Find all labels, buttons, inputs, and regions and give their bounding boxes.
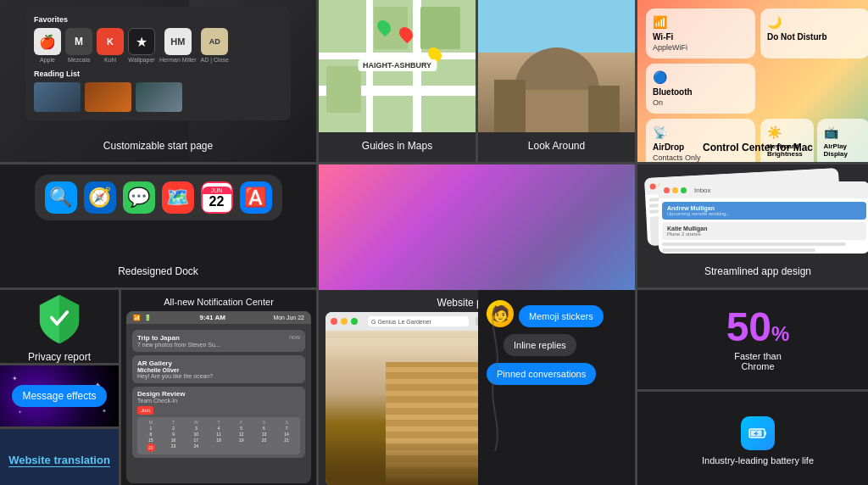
cc-empty [760,64,868,114]
speed-percent: % [771,324,789,344]
notif-card-cal: Design Review Team Check-In Join M T W T… [132,387,305,458]
fav-apple: 🍎 Apple [34,28,61,63]
privacy-label: Privacy report [28,351,91,363]
browser-tab-1[interactable]: G Genius Le Gardener [368,316,469,326]
website-translation-label: Website translation [8,454,110,466]
inline-bubble: Inline replies [504,334,576,356]
cc-bluetooth: 🔵 Bluetooth On [646,64,755,114]
look-around-label: Look Around [478,140,635,153]
map-background: HAIGHT-ASHBURY [319,0,476,132]
reading-card-3 [136,82,182,112]
dock-icon-appstore: 🅰️ [240,181,272,214]
guides-maps-label: Guides in Maps [357,140,437,153]
cell-streamlined: Inbox Andrew Mulligan Upcoming remote wo… [637,164,868,287]
battery-icon [748,423,768,443]
control-center-grid: 📶 Wi-Fi AppleWiFi 🌙 Do Not Disturb 🔵 Blu… [646,8,868,162]
speed-label: Faster thanChrome [734,351,782,371]
cc-dnd-title: Do Not Disturb [767,32,863,42]
cc-wifi: 📶 Wi-Fi AppleWiFi [646,8,755,59]
dock-label: Redesigned Dock [113,265,203,279]
notif-status-bar: 📶 🔋 9:41 AM Mon Jun 22 [126,311,311,324]
privacy-shield-icon [34,291,85,346]
cc-wifi-sub: AppleWiFi [653,43,748,52]
svg-rect-1 [765,432,766,435]
dock-display: 🔍 🧭 💬 🗺️ JUN 22 🅰️ [35,175,282,220]
cc-wifi-title: Wi-Fi [653,32,748,42]
cell-message-effects: ✦ ✦ ✦ ✦ Message effects [0,365,119,426]
cell-speed: 50 % Faster thanChrome [637,290,868,389]
look-around-image [478,0,635,132]
cell-start-page: Favorites 🍎 Apple M Mezcala K Kuhl ★ Wal… [0,0,316,162]
reading-card-2 [85,82,131,112]
fav-wallpaper: ★ Wallpaper [128,28,155,63]
cell-dock: 🔍 🧭 💬 🗺️ JUN 22 🅰️ Redesigned Dock [0,164,316,287]
messages-decoration [482,290,508,485]
fav-mezcla: M Mezcala [65,28,92,63]
battery-label: Industry-leading battery life [702,455,814,465]
cc-keyboard: ☀️ Keyboard Brightness [760,119,814,162]
cell-speed-battery: 50 % Faster thanChrome Industry-leading … [637,290,868,485]
reading-row [34,82,282,112]
cell-notification-center: All-new Notification Center 📶 🔋 9:41 AM … [121,290,316,485]
dock-icon-cal: JUN 22 [201,181,233,214]
dock-icon-maps: 🗺️ [162,181,194,214]
email-item-1: Andrew Mulligan Upcoming remote working.… [662,202,866,220]
fav-kuhl: K Kuhl [97,28,124,63]
cc-bt-title: Bluetooth [653,87,748,97]
app-windows-display: Inbox Andrew Mulligan Upcoming remote wo… [642,169,868,258]
dock-icon-finder: 🔍 [45,181,77,214]
cell-privacy: Privacy report [0,290,119,363]
streamlined-label: Streamlined app design [699,265,816,279]
favorites-title: Favorites [34,15,282,24]
reading-title: Reading List [34,70,282,78]
notif-time: 9:41 AM [200,314,225,321]
notif-card-2: AR Gallery Michelle Oliver Hey! Are you … [132,355,305,383]
dock-icon-safari: 🧭 [84,181,116,214]
fav-ad: AD AD | Close [201,28,229,63]
dock-icon-messages: 💬 [123,181,155,214]
memoji-bubble: Memoji stickers [519,305,604,327]
cell-guides-maps: HAIGHT-ASHBURY Guides in Maps [319,0,476,162]
cc-airplay: 📺 AirPlay Display [817,119,869,162]
notification-screen: 📶 🔋 9:41 AM Mon Jun 22 Trip to Japan now… [126,311,311,483]
cc-airdrop: 📡 AirDrop Contacts Only [646,119,755,162]
cell-website-translation: Website translation [0,429,119,485]
reading-card-1 [34,82,81,112]
speed-number: 50 [726,307,771,348]
cc-dnd: 🌙 Do Not Disturb [760,8,868,59]
notification-center-title: All-new Notification Center [126,297,311,307]
email-item-2: Katie Mulligan Plane 2 stories [662,222,866,240]
start-page-inner: Favorites 🍎 Apple M Mezcala K Kuhl ★ Wal… [25,7,291,120]
battery-icon-wrap [741,416,775,450]
cc-bt-sub: On [653,98,748,107]
message-effects-bubble: Message effects [12,385,106,407]
cc-airdrop-sub: Contacts Only [653,153,748,162]
notif-date: Mon Jun 22 [273,315,304,321]
start-page-label: Customizable start page [98,140,218,153]
app-window-front: Inbox Andrew Mulligan Upcoming remote wo… [659,181,868,254]
favorites-row: 🍎 Apple M Mezcala K Kuhl ★ Wallpaper HM [34,28,282,63]
left-column-bottom: Privacy report ✦ ✦ ✦ ✦ Message effects W… [0,290,119,485]
cell-control-center: 📶 Wi-Fi AppleWiFi 🌙 Do Not Disturb 🔵 Blu… [637,0,868,162]
cell-messages-features: 🧑 Memoji stickers Inline replies Pinned … [478,290,635,485]
control-center-label: Control Center for Mac [637,142,868,153]
cell-battery: Industry-leading battery life [637,392,868,486]
notif-card-1: Trip to Japan now 7 new photos from Stev… [132,330,305,352]
cell-look-around: Look Around [478,0,635,162]
fav-herman: HM Herman Miller [159,28,197,63]
